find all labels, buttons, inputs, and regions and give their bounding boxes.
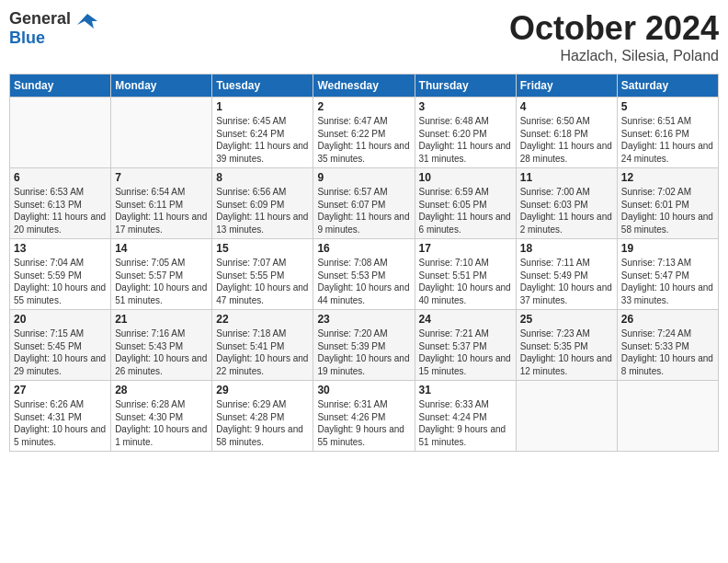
calendar-cell: 20Sunrise: 7:15 AMSunset: 5:45 PMDayligh…	[10, 310, 111, 381]
day-number: 18	[520, 242, 613, 255]
day-number: 23	[317, 313, 410, 326]
weekday-header-saturday: Saturday	[617, 75, 718, 98]
day-info: Sunrise: 6:47 AMSunset: 6:22 PMDaylight:…	[317, 115, 410, 165]
day-number: 22	[216, 313, 309, 326]
location-text: Hazlach, Silesia, Poland	[509, 48, 719, 64]
day-number: 13	[14, 242, 107, 255]
day-number: 19	[621, 242, 714, 255]
day-info: Sunrise: 7:08 AMSunset: 5:53 PMDaylight:…	[317, 257, 410, 306]
svg-marker-0	[77, 14, 97, 29]
calendar-week-row-4: 20Sunrise: 7:15 AMSunset: 5:45 PMDayligh…	[10, 310, 719, 381]
calendar-cell: 9Sunrise: 6:57 AMSunset: 6:07 PMDaylight…	[313, 168, 415, 239]
title-block: October 2024 Hazlach, Silesia, Poland	[509, 9, 719, 64]
day-info: Sunrise: 7:21 AMSunset: 5:37 PMDaylight:…	[419, 327, 512, 377]
day-number: 27	[14, 384, 107, 396]
day-info: Sunrise: 6:53 AMSunset: 6:13 PMDaylight:…	[14, 186, 107, 236]
day-number: 29	[216, 384, 309, 396]
day-number: 17	[419, 242, 512, 255]
day-number: 14	[115, 242, 208, 255]
day-info: Sunrise: 6:48 AMSunset: 6:20 PMDaylight:…	[419, 115, 512, 165]
day-info: Sunrise: 7:20 AMSunset: 5:39 PMDaylight:…	[317, 327, 410, 377]
calendar-cell: 25Sunrise: 7:23 AMSunset: 5:35 PMDayligh…	[516, 310, 617, 381]
day-number: 20	[14, 313, 107, 326]
calendar-cell: 31Sunrise: 6:33 AMSunset: 4:24 PMDayligh…	[415, 381, 516, 452]
day-number: 15	[216, 242, 309, 255]
weekday-header-friday: Friday	[516, 75, 617, 98]
day-info: Sunrise: 6:56 AMSunset: 6:09 PMDaylight:…	[216, 186, 309, 236]
calendar-cell: 14Sunrise: 7:05 AMSunset: 5:57 PMDayligh…	[111, 239, 212, 310]
day-info: Sunrise: 7:18 AMSunset: 5:41 PMDaylight:…	[216, 327, 309, 377]
calendar-cell: 17Sunrise: 7:10 AMSunset: 5:51 PMDayligh…	[415, 239, 516, 310]
day-info: Sunrise: 6:45 AMSunset: 6:24 PMDaylight:…	[216, 115, 309, 165]
calendar-cell	[10, 98, 111, 168]
day-number: 3	[419, 100, 512, 113]
calendar-cell: 15Sunrise: 7:07 AMSunset: 5:55 PMDayligh…	[212, 239, 313, 310]
calendar-cell: 30Sunrise: 6:31 AMSunset: 4:26 PMDayligh…	[313, 381, 415, 452]
day-info: Sunrise: 7:00 AMSunset: 6:03 PMDaylight:…	[520, 186, 613, 236]
day-info: Sunrise: 6:59 AMSunset: 6:05 PMDaylight:…	[419, 186, 512, 236]
weekday-header-monday: Monday	[111, 75, 212, 98]
calendar-cell: 11Sunrise: 7:00 AMSunset: 6:03 PMDayligh…	[516, 168, 617, 239]
day-info: Sunrise: 6:26 AMSunset: 4:31 PMDaylight:…	[14, 398, 107, 448]
calendar-week-row-5: 27Sunrise: 6:26 AMSunset: 4:31 PMDayligh…	[10, 381, 719, 452]
calendar-cell: 28Sunrise: 6:28 AMSunset: 4:30 PMDayligh…	[111, 381, 212, 452]
calendar-cell: 21Sunrise: 7:16 AMSunset: 5:43 PMDayligh…	[111, 310, 212, 381]
day-info: Sunrise: 7:13 AMSunset: 5:47 PMDaylight:…	[621, 257, 714, 306]
calendar-cell: 12Sunrise: 7:02 AMSunset: 6:01 PMDayligh…	[617, 168, 718, 239]
calendar-cell: 19Sunrise: 7:13 AMSunset: 5:47 PMDayligh…	[617, 239, 718, 310]
day-number: 4	[520, 100, 613, 113]
weekday-header-wednesday: Wednesday	[313, 75, 415, 98]
month-title: October 2024	[509, 9, 719, 48]
day-number: 6	[14, 171, 107, 184]
calendar-cell: 13Sunrise: 7:04 AMSunset: 5:59 PMDayligh…	[10, 239, 111, 310]
day-number: 31	[419, 384, 512, 396]
day-number: 26	[621, 313, 714, 326]
weekday-header-thursday: Thursday	[415, 75, 516, 98]
day-info: Sunrise: 6:28 AMSunset: 4:30 PMDaylight:…	[115, 398, 208, 448]
weekday-header-row: SundayMondayTuesdayWednesdayThursdayFrid…	[10, 75, 719, 98]
day-info: Sunrise: 7:24 AMSunset: 5:33 PMDaylight:…	[621, 327, 714, 377]
day-number: 30	[317, 384, 410, 396]
day-info: Sunrise: 6:31 AMSunset: 4:26 PMDaylight:…	[317, 398, 410, 448]
day-number: 5	[621, 100, 714, 113]
day-info: Sunrise: 7:02 AMSunset: 6:01 PMDaylight:…	[621, 186, 714, 236]
day-number: 12	[621, 171, 714, 184]
day-info: Sunrise: 6:54 AMSunset: 6:11 PMDaylight:…	[115, 186, 208, 236]
weekday-header-sunday: Sunday	[10, 75, 111, 98]
day-number: 8	[216, 171, 309, 184]
calendar-week-row-1: 1Sunrise: 6:45 AMSunset: 6:24 PMDaylight…	[10, 98, 719, 168]
day-info: Sunrise: 6:33 AMSunset: 4:24 PMDaylight:…	[419, 398, 512, 448]
calendar-week-row-3: 13Sunrise: 7:04 AMSunset: 5:59 PMDayligh…	[10, 239, 719, 310]
calendar-cell: 29Sunrise: 6:29 AMSunset: 4:28 PMDayligh…	[212, 381, 313, 452]
calendar-cell: 3Sunrise: 6:48 AMSunset: 6:20 PMDaylight…	[415, 98, 516, 168]
day-info: Sunrise: 7:07 AMSunset: 5:55 PMDaylight:…	[216, 257, 309, 306]
page-header: General Blue October 2024 Hazlach, Siles…	[9, 9, 719, 64]
day-number: 16	[317, 242, 410, 255]
calendar-cell: 22Sunrise: 7:18 AMSunset: 5:41 PMDayligh…	[212, 310, 313, 381]
calendar-cell: 16Sunrise: 7:08 AMSunset: 5:53 PMDayligh…	[313, 239, 415, 310]
calendar-cell: 24Sunrise: 7:21 AMSunset: 5:37 PMDayligh…	[415, 310, 516, 381]
day-number: 28	[115, 384, 208, 396]
day-info: Sunrise: 7:23 AMSunset: 5:35 PMDaylight:…	[520, 327, 613, 377]
calendar-cell: 5Sunrise: 6:51 AMSunset: 6:16 PMDaylight…	[617, 98, 718, 168]
calendar-cell: 6Sunrise: 6:53 AMSunset: 6:13 PMDaylight…	[10, 168, 111, 239]
day-number: 21	[115, 313, 208, 326]
calendar-cell: 26Sunrise: 7:24 AMSunset: 5:33 PMDayligh…	[617, 310, 718, 381]
calendar-cell: 1Sunrise: 6:45 AMSunset: 6:24 PMDaylight…	[212, 98, 313, 168]
day-info: Sunrise: 7:15 AMSunset: 5:45 PMDaylight:…	[14, 327, 107, 377]
day-info: Sunrise: 7:16 AMSunset: 5:43 PMDaylight:…	[115, 327, 208, 377]
day-number: 2	[317, 100, 410, 113]
day-info: Sunrise: 7:11 AMSunset: 5:49 PMDaylight:…	[520, 257, 613, 306]
calendar-cell: 18Sunrise: 7:11 AMSunset: 5:49 PMDayligh…	[516, 239, 617, 310]
logo-general-text: General	[9, 9, 97, 29]
day-info: Sunrise: 7:04 AMSunset: 5:59 PMDaylight:…	[14, 257, 107, 306]
day-number: 25	[520, 313, 613, 326]
calendar-cell: 7Sunrise: 6:54 AMSunset: 6:11 PMDaylight…	[111, 168, 212, 239]
calendar-cell: 4Sunrise: 6:50 AMSunset: 6:18 PMDaylight…	[516, 98, 617, 168]
day-info: Sunrise: 7:10 AMSunset: 5:51 PMDaylight:…	[419, 257, 512, 306]
day-info: Sunrise: 6:51 AMSunset: 6:16 PMDaylight:…	[621, 115, 714, 165]
day-info: Sunrise: 7:05 AMSunset: 5:57 PMDaylight:…	[115, 257, 208, 306]
day-number: 9	[317, 171, 410, 184]
calendar-cell: 2Sunrise: 6:47 AMSunset: 6:22 PMDaylight…	[313, 98, 415, 168]
day-info: Sunrise: 6:50 AMSunset: 6:18 PMDaylight:…	[520, 115, 613, 165]
